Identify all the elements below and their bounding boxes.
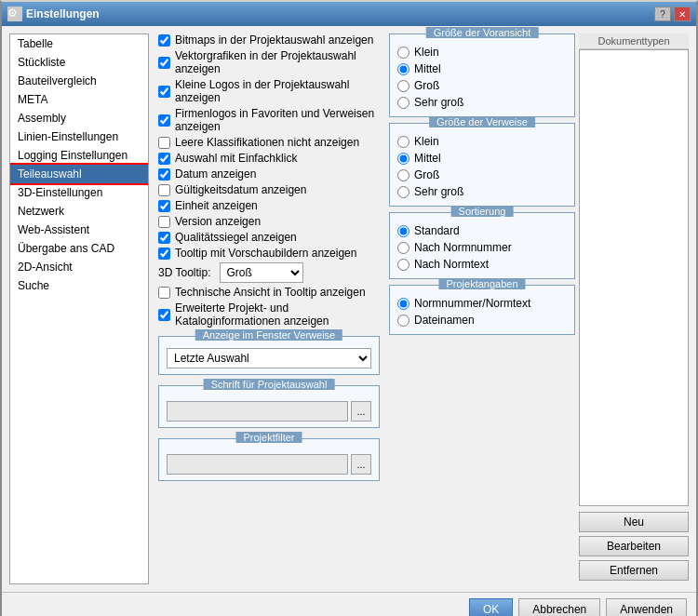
schrift-browse-button[interactable]: ... <box>351 401 371 422</box>
checkbox-cb2[interactable] <box>158 57 170 69</box>
checkbox-cb3[interactable] <box>158 86 170 98</box>
radio-row-normnummer/normtext: Normnummer/Normtext <box>397 295 567 312</box>
tooltip-3d-select[interactable]: KleinMittelGroßSehr groß <box>220 262 303 283</box>
schrift-input[interactable] <box>167 401 348 422</box>
radio-label-sehr-groß: Sehr groß <box>414 96 463 109</box>
anzeige-fenster-title: Anzeige im Fenster Verweise <box>195 329 342 341</box>
checkbox-cb4[interactable] <box>158 114 170 127</box>
tooltip-3d-label: 3D Tooltip: <box>158 266 210 279</box>
projektfilter-browse-button[interactable]: ... <box>351 454 371 475</box>
radio-row-dateinamen: Dateinamen <box>397 312 567 328</box>
checkbox-row-cb12: Tooltip mit Vorschaubildern anzeigen <box>158 247 380 260</box>
sidebar-item-übergabe-ans-cad[interactable]: Übergabe ans CAD <box>10 239 148 258</box>
checkbox-cb5[interactable] <box>158 137 170 149</box>
checkbox-label-cb5: Leere Klassifikationen nicht anzeigen <box>175 136 359 149</box>
checkbox-label-cb11: Qualitätssiegel anzeigen <box>175 231 297 244</box>
projektfilter-input-row: ... <box>167 454 371 475</box>
sidebar-item-assembly[interactable]: Assembly <box>10 109 148 127</box>
anzeige-select[interactable]: Letzte AuswahlAlleKeine <box>167 348 371 368</box>
radio-label-mittel: Mittel <box>414 152 441 165</box>
checkbox-row-cb9: Einheit anzeigen <box>158 199 380 212</box>
checkbox-row-cb13: Technische Ansicht in Tooltip anzeigen <box>158 286 380 299</box>
radio-label-dateinamen: Dateinamen <box>414 314 475 327</box>
sidebar-item-linien-einstellungen[interactable]: Linien-Einstellungen <box>10 127 148 146</box>
sidebar-item-netzwerk[interactable]: Netzwerk <box>10 202 148 221</box>
checkbox-label-cb2: Vektorgrafiken in der Projektauswahl anz… <box>175 49 380 75</box>
far-right-panel: Dokumenttypen Neu Bearbeiten Entfernen <box>575 26 696 592</box>
radio-standard[interactable] <box>397 225 409 237</box>
checkbox-label-cb8: Gültigkeitsdatum anzeigen <box>175 183 306 196</box>
sidebar-item-teileauswahl[interactable]: Teileauswahl <box>10 165 148 183</box>
radio-label-nach-normnummer: Nach Normnummer <box>414 241 512 254</box>
titlebar-left: ⚙ Einstellungen <box>7 7 100 21</box>
anwenden-button[interactable]: Anwenden <box>606 598 687 616</box>
titlebar-buttons: ? ✕ <box>654 7 691 21</box>
titlebar: ⚙ Einstellungen ? ✕ <box>2 2 696 26</box>
checkbox-label-cb4: Firmenlogos in Favoriten und Verweisen a… <box>175 107 380 133</box>
abbrechen-button[interactable]: Abbrechen <box>518 598 600 616</box>
radio-dateinamen[interactable] <box>397 315 409 327</box>
ok-button[interactable]: OK <box>469 598 513 616</box>
radio-row-mittel: Mittel <box>397 60 567 77</box>
radio-label-nach-normtext: Nach Normtext <box>414 258 489 271</box>
verweise-section: Größe der Verweise KleinMittelGroßSehr g… <box>389 123 575 207</box>
sidebar-item-web-assistent[interactable]: Web-Assistent <box>10 221 148 239</box>
checkbox-row-cb2: Vektorgrafiken in der Projektauswahl anz… <box>158 49 380 75</box>
sidebar-item-stückliste[interactable]: Stückliste <box>10 53 148 72</box>
close-button[interactable]: ✕ <box>674 7 691 21</box>
doc-types-label: Dokumenttypen <box>579 33 689 49</box>
radio-row-klein: Klein <box>397 44 567 60</box>
checkbox-label-cb1: Bitmaps in der Projektauswahl anzeigen <box>175 33 373 47</box>
radio-row-sehr-groß: Sehr groß <box>397 183 567 200</box>
radio-nach-normnummer[interactable] <box>397 242 409 254</box>
checkbox-row-cb8: Gültigkeitsdatum anzeigen <box>158 183 380 196</box>
radio-groß[interactable] <box>397 80 409 92</box>
main-settings: Bitmaps in der Projektauswahl anzeigenVe… <box>149 26 389 592</box>
radio-klein[interactable] <box>397 47 409 59</box>
checkbox-cb1[interactable] <box>158 34 170 47</box>
anzeige-select-row: Letzte AuswahlAlleKeine <box>167 348 371 368</box>
sidebar-item-logging-einstellungen[interactable]: Logging Einstellungen <box>10 146 148 165</box>
vorschau-section: Größe der Voransicht KleinMittelGroßSehr… <box>389 33 575 117</box>
checkbox-cb12[interactable] <box>158 248 170 260</box>
sidebar-item-suche[interactable]: Suche <box>10 276 148 295</box>
sidebar-item-bauteilvergleich[interactable]: Bauteilvergleich <box>10 72 148 90</box>
checkbox-label-cb12: Tooltip mit Vorschaubildern anzeigen <box>175 247 356 260</box>
sidebar-item-2d-ansicht[interactable]: 2D-Ansicht <box>10 258 148 276</box>
window-title: Einstellungen <box>26 7 100 20</box>
right-panel: Größe der Voransicht KleinMittelGroßSehr… <box>389 26 575 592</box>
radio-label-mittel: Mittel <box>414 62 441 75</box>
radio-nach-normtext[interactable] <box>397 259 409 271</box>
radio-klein[interactable] <box>397 136 409 148</box>
checkbox-cb13[interactable] <box>158 287 170 299</box>
sidebar-item-3d-einstellungen[interactable]: 3D-Einstellungen <box>10 183 148 202</box>
radio-mittel[interactable] <box>397 153 409 165</box>
checkbox-cb10[interactable] <box>158 216 170 228</box>
radio-row-nach-normnummer: Nach Normnummer <box>397 239 567 256</box>
radio-groß[interactable] <box>397 169 409 181</box>
checkbox-cb6[interactable] <box>158 153 170 165</box>
help-button[interactable]: ? <box>654 7 671 21</box>
neu-button[interactable]: Neu <box>579 512 689 532</box>
sidebar-item-tabelle[interactable]: Tabelle <box>10 34 148 53</box>
radio-label-sehr-groß: Sehr groß <box>414 185 463 198</box>
checkbox-cb9[interactable] <box>158 200 170 212</box>
radio-normnummer/normtext[interactable] <box>397 298 409 310</box>
radio-sehr-groß[interactable] <box>397 186 409 198</box>
radio-row-standard: Standard <box>397 222 567 239</box>
checkbox-label-cb6: Auswahl mit Einfachklick <box>175 152 297 165</box>
checkbox-row-cb7: Datum anzeigen <box>158 167 380 181</box>
checkbox-cb7[interactable] <box>158 168 170 181</box>
radio-label-klein: Klein <box>414 135 439 148</box>
checkbox-cb14[interactable] <box>158 309 170 321</box>
bottom-bar: OK Abbrechen Anwenden <box>2 592 696 616</box>
radio-sehr-groß[interactable] <box>397 97 409 109</box>
checkbox-cb8[interactable] <box>158 184 170 196</box>
entfernen-button[interactable]: Entfernen <box>579 560 689 581</box>
checkbox-cb11[interactable] <box>158 232 170 244</box>
checkbox-label-cb7: Datum anzeigen <box>175 167 256 181</box>
bearbeiten-button[interactable]: Bearbeiten <box>579 536 689 556</box>
projektfilter-input[interactable] <box>167 454 348 475</box>
sidebar-item-meta[interactable]: META <box>10 90 148 109</box>
radio-mittel[interactable] <box>397 63 409 75</box>
